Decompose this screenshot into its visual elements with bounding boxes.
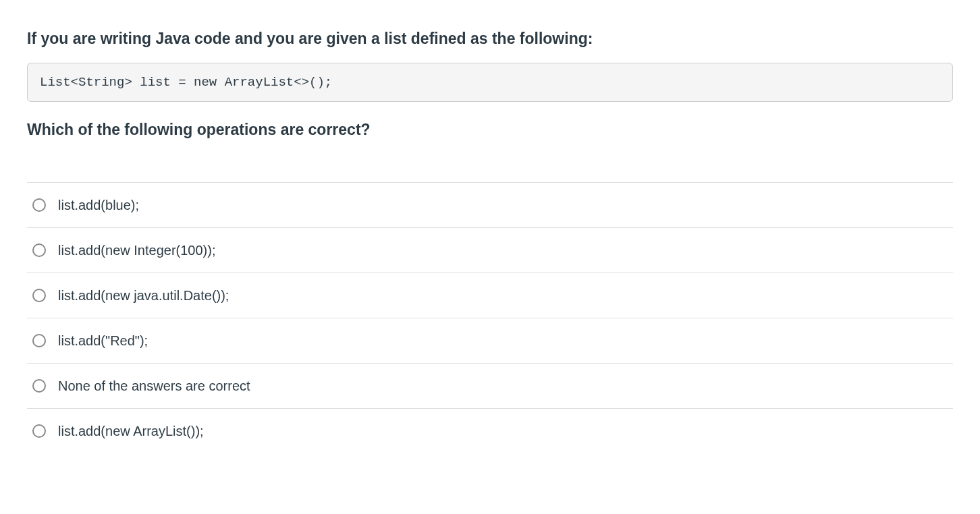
question-heading: If you are writing Java code and you are… xyxy=(27,27,953,51)
option-row[interactable]: list.add(new ArrayList()); xyxy=(27,409,953,453)
radio-icon[interactable] xyxy=(32,198,46,212)
option-label: list.add(new java.util.Date()); xyxy=(58,285,229,306)
question-sub-heading: Which of the following operations are co… xyxy=(27,118,953,142)
option-label: list.add(new ArrayList()); xyxy=(58,421,204,441)
radio-icon[interactable] xyxy=(32,334,46,347)
radio-icon[interactable] xyxy=(32,289,46,302)
options-list: list.add(blue); list.add(new Integer(100… xyxy=(27,182,953,453)
code-block: List<String> list = new ArrayList<>(); xyxy=(27,63,953,103)
option-label: None of the answers are correct xyxy=(58,376,250,396)
option-row[interactable]: list.add(blue); xyxy=(27,183,953,228)
option-row[interactable]: None of the answers are correct xyxy=(27,364,953,409)
option-row[interactable]: list.add(new java.util.Date()); xyxy=(27,273,953,318)
option-label: list.add(blue); xyxy=(58,195,139,215)
radio-icon[interactable] xyxy=(32,424,46,438)
question-container: If you are writing Java code and you are… xyxy=(27,27,953,453)
radio-icon[interactable] xyxy=(32,244,46,257)
option-label: list.add(new Integer(100)); xyxy=(58,240,215,260)
option-row[interactable]: list.add("Red"); xyxy=(27,318,953,364)
option-label: list.add("Red"); xyxy=(58,331,148,351)
radio-icon[interactable] xyxy=(32,379,46,393)
option-row[interactable]: list.add(new Integer(100)); xyxy=(27,228,953,273)
